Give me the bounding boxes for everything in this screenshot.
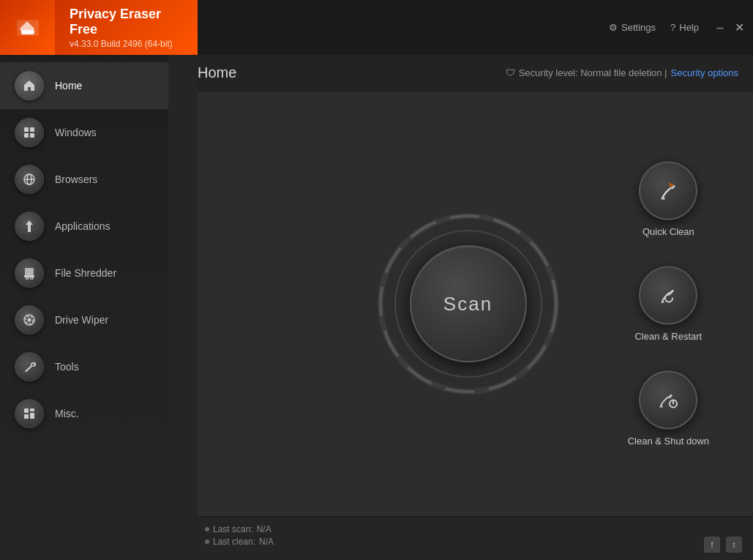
sidebar: HomeWindowsBrowsersApplicationsFile Shre… xyxy=(0,55,183,560)
status-dot-scan xyxy=(205,527,209,531)
svg-rect-5 xyxy=(30,133,34,138)
main-layout: HomeWindowsBrowsersApplicationsFile Shre… xyxy=(0,55,753,560)
sidebar-item-applications[interactable]: Applications xyxy=(0,203,183,250)
svg-line-12 xyxy=(28,277,29,280)
last-scan-status: Last scan: N/A xyxy=(205,524,731,534)
action-label-clean-restart: Clean & Restart xyxy=(634,331,702,342)
sidebar-icon-applications xyxy=(15,212,44,241)
svg-rect-9 xyxy=(25,268,34,275)
sidebar-icon-tools xyxy=(15,352,44,381)
security-options-link[interactable]: Security options xyxy=(671,67,739,78)
action-label-clean-shutdown: Clean & Shut down xyxy=(628,436,709,447)
help-button[interactable]: ? Help xyxy=(670,22,699,33)
eraser-logo-icon xyxy=(14,14,42,42)
sidebar-item-file-shredder[interactable]: File Shredder xyxy=(0,250,183,296)
sidebar-label-misc: Misc. xyxy=(55,408,79,419)
sidebar-label-tools: Tools xyxy=(55,361,79,373)
sidebar-item-windows[interactable]: Windows xyxy=(0,109,183,156)
svg-rect-18 xyxy=(24,408,29,413)
settings-label: Settings xyxy=(621,22,656,33)
sidebar-icon-home xyxy=(15,71,44,100)
sidebar-label-file-shredder: File Shredder xyxy=(55,267,116,279)
svg-rect-21 xyxy=(30,413,34,419)
status-bar: Last scan: N/A Last clean: N/A xyxy=(183,516,753,560)
main-content: Scan Quick Clean Clean & Restart Clean &… xyxy=(183,92,753,516)
last-clean-label: Last clean: xyxy=(213,537,255,547)
svg-rect-19 xyxy=(30,408,34,411)
sidebar-icon-misc xyxy=(15,399,44,428)
sidebar-label-windows: Windows xyxy=(55,127,97,138)
svg-point-16 xyxy=(28,318,31,322)
svg-rect-3 xyxy=(30,127,34,132)
sidebar-icon-windows xyxy=(15,118,44,147)
settings-button[interactable]: ⚙ Settings xyxy=(609,22,656,33)
svg-rect-2 xyxy=(24,127,29,132)
security-level-text: Security level: Normal file deletion | xyxy=(519,67,667,78)
titlebar: Privacy Eraser Free v4.33.0 Build 2496 (… xyxy=(0,0,753,55)
scan-button[interactable]: Scan xyxy=(410,245,527,362)
action-icon-clean-shutdown xyxy=(639,371,697,430)
action-clean-shutdown[interactable]: Clean & Shut down xyxy=(628,371,709,447)
last-scan-value: N/A xyxy=(257,524,271,534)
titlebar-controls: ⚙ Settings ? Help – ✕ xyxy=(198,13,753,42)
sidebar-label-browsers: Browsers xyxy=(55,173,97,185)
sidebar-icon-file-shredder xyxy=(15,258,44,288)
last-clean-value: N/A xyxy=(259,537,274,547)
sidebar-icon-browsers xyxy=(15,165,44,194)
right-panel: Quick Clean Clean & Restart Clean & Shut… xyxy=(628,162,709,447)
svg-rect-4 xyxy=(24,133,29,138)
facebook-link[interactable]: f xyxy=(704,537,720,553)
action-clean-restart[interactable]: Clean & Restart xyxy=(634,266,702,342)
content-area: Home 🛡 Security level: Normal file delet… xyxy=(183,55,753,560)
svg-rect-20 xyxy=(24,414,29,419)
last-scan-label: Last scan: xyxy=(213,524,253,534)
help-icon: ? xyxy=(670,22,675,33)
app-title-area: Privacy Eraser Free v4.33.0 Build 2496 (… xyxy=(55,0,198,55)
app-version: v4.33.0 Build 2496 (64-bit) xyxy=(70,39,183,49)
minimize-button[interactable]: – xyxy=(713,21,727,34)
svg-rect-1 xyxy=(21,30,34,34)
action-icon-quick-clean xyxy=(639,162,697,220)
action-label-quick-clean: Quick Clean xyxy=(643,226,694,237)
sidebar-label-home: Home xyxy=(55,80,82,92)
svg-rect-10 xyxy=(24,275,34,277)
shield-icon: 🛡 xyxy=(506,67,515,78)
page-title: Home xyxy=(198,64,236,81)
app-logo xyxy=(0,0,55,55)
sidebar-icon-drive-wiper xyxy=(15,305,44,335)
svg-line-14 xyxy=(32,277,33,280)
sidebar-label-applications: Applications xyxy=(55,220,110,232)
gear-icon: ⚙ xyxy=(609,22,618,33)
twitter-link[interactable]: t xyxy=(726,537,742,553)
status-dot-clean xyxy=(205,540,209,544)
social-bar: f t xyxy=(704,537,742,553)
action-quick-clean[interactable]: Quick Clean xyxy=(639,162,697,237)
sidebar-label-drive-wiper: Drive Wiper xyxy=(55,314,108,326)
content-header: Home 🛡 Security level: Normal file delet… xyxy=(183,55,753,92)
sidebar-item-drive-wiper[interactable]: Drive Wiper xyxy=(0,296,183,343)
action-icon-clean-restart xyxy=(639,266,697,325)
close-button[interactable]: ✕ xyxy=(733,21,746,34)
sidebar-item-home[interactable]: Home xyxy=(0,62,183,109)
sidebar-item-browsers[interactable]: Browsers xyxy=(0,156,183,203)
security-info: 🛡 Security level: Normal file deletion |… xyxy=(506,67,738,78)
help-label: Help xyxy=(679,22,699,33)
sidebar-item-misc[interactable]: Misc. xyxy=(0,390,183,437)
window-controls: – ✕ xyxy=(713,21,746,34)
last-clean-status: Last clean: N/A xyxy=(205,537,731,547)
app-name: Privacy Eraser Free xyxy=(70,7,183,37)
scan-wrapper: Scan xyxy=(384,220,552,388)
sidebar-item-tools[interactable]: Tools xyxy=(0,343,183,390)
scan-area: Scan xyxy=(384,220,552,388)
